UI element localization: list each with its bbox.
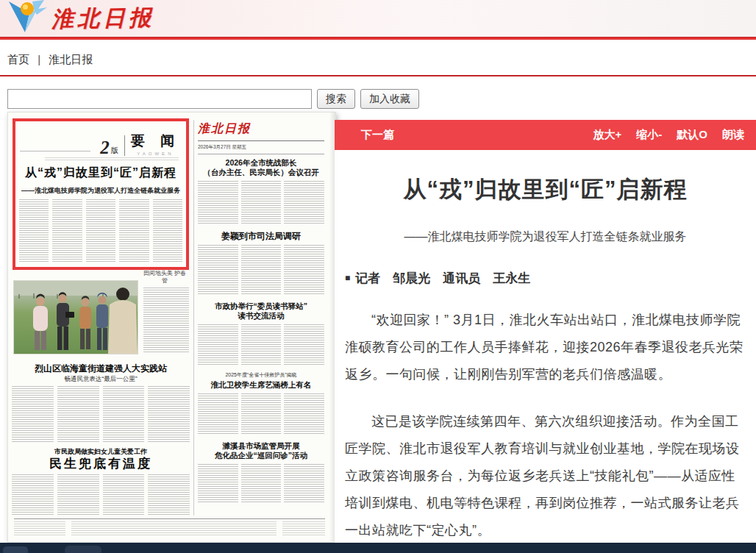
newspaper-masthead: 淮北日报 2026年3月27日 星期五 [198,121,324,154]
newspaper-body-columns [19,199,182,263]
masthead-title: 淮北日报 [198,121,324,137]
newspaper-page-preview[interactable]: 2 版 要 闻 YAOWEN 从“戎”归故里到“匠”启新程 ——淮北煤电技师学院… [7,112,336,543]
newspaper-page-header: 2 版 要 闻 YAOWEN [100,132,180,156]
newspaper-right-column: 2026年全市统战部长 （台办主任、民宗局长）会议召开 姜颖到市司法局调研 市政… [198,158,324,502]
page: 淮北日报 首页 | 淮北日报 搜索 加入收藏 2 版 要 闻 YAOWEN [0,0,756,553]
newspaper-footer-strip [14,518,325,538]
reader-toolbar: 下一篇 放大+ 缩小- 默认O 朗读 [335,120,756,150]
section-pinyin: YAOWEN [137,151,174,156]
page-number-suffix: 版 [111,146,118,156]
article-byline: ■记者 邹晨光 通讯员 王永生 [345,270,756,287]
byline-text: 记者 邹晨光 通讯员 王永生 [355,271,530,285]
article-title: 姜颖到市司法局调研 [198,232,324,241]
page-header-divider [124,135,125,156]
article-title: 濉溪县市场监管局开展 [198,441,324,451]
newspaper-body-columns [12,386,190,442]
article-paragraph: “欢迎回家！” 3月1日，淮北火车站出站口，淮北煤电技师学院淮硕教育公司的工作人… [345,307,746,388]
site-header: 淮北日报 [0,0,756,37]
article-title: 淮北卫校学生席艺涵榜上有名 [198,380,324,390]
article-title: （台办主任、民宗局长）会议召开 [198,168,324,177]
photo-title: 田间地头美 护春管 [142,270,188,285]
article-subtitle: ——淮北煤电技师学院为退役军人打造全链条就业服务 [335,229,756,245]
zoom-in-button[interactable]: 放大+ [593,128,622,142]
next-article-button[interactable]: 下一篇 [361,128,394,142]
newspaper-body-text [143,288,189,352]
search-input[interactable] [7,89,312,109]
newspaper-body-columns [12,474,190,515]
page-number: 2 [100,140,110,156]
logo-text: 淮北日报 [51,2,155,34]
breadcrumb-home-link[interactable]: 首页 [7,53,29,65]
highlighted-article-region[interactable]: 2 版 要 闻 YAOWEN 从“戎”归故里到“匠”启新程 ——淮北煤电技师学院… [13,118,189,270]
taskbar-item[interactable] [3,546,28,553]
newspaper-header-rule [20,151,90,151]
newspaper-body-columns [198,464,324,502]
default-size-button[interactable]: 默认O [677,128,707,142]
article-title: 烈山区临海童街道建强人大实践站 [13,363,189,375]
article-kicker: 2025年度“全省十佳救护员”揭晓 [198,371,324,379]
article-reader-panel: 下一篇 放大+ 缩小- 默认O 朗读 从“戎”归故里到“匠”启新程 ——淮北煤电… [335,120,756,543]
newspaper-info-line [45,157,179,160]
logo-swoosh-icon [6,0,49,37]
highlight-article-subtitle: ——淮北煤电技师学院为退役军人打造全链条就业服务 [15,186,186,196]
breadcrumb-separator: | [38,53,40,65]
zoom-out-button[interactable]: 缩小- [636,128,662,142]
bottom-taskbar [0,543,756,553]
add-favorite-button[interactable]: 加入收藏 [360,89,419,109]
breadcrumb-divider [0,75,756,76]
highlight-article-title: 从“戎”归故里到“匠”启新程 [15,165,186,181]
header-divider [0,37,756,40]
field-photo [13,280,138,354]
breadcrumb: 首页 | 淮北日报 [7,53,93,67]
breadcrumb-current-link[interactable]: 淮北日报 [49,53,93,65]
article-title: 危化品企业“巡回问诊”活动 [198,451,324,460]
search-button[interactable]: 搜索 [317,89,355,109]
article-title: 民生兜底有温度 [13,455,189,472]
article-subtitle: 畅通民意表达“最后一公里” [13,375,189,384]
masthead-date: 2026年3月27日 星期五 [198,144,324,151]
newspaper-body-columns [198,393,324,435]
article-title: 2026年全市统战部长 [198,158,324,168]
newspaper-column-rule [193,120,194,515]
article-title: 从“戎”归故里到“匠”启新程 [339,174,752,205]
newspaper-body-columns [198,324,324,365]
article-title: 市政协举行“委员读书驿站” [198,302,324,311]
byline-bullet-icon: ■ [345,273,350,283]
site-logo[interactable]: 淮北日报 [6,0,154,37]
read-aloud-button[interactable]: 朗读 [722,128,744,142]
newspaper-body-columns [198,245,324,295]
article-title: 读书交流活动 [198,311,324,321]
taskbar-item[interactable] [65,546,101,553]
newspaper-body-columns [198,181,324,225]
section-title: 要 闻 [131,132,180,151]
article-paragraph: 这已是该学院连续第四年、第六次组织迎接活动。作为全国工匠学院、淮北市退役军人教育… [345,408,746,543]
search-bar: 搜索 加入收藏 [7,89,419,109]
